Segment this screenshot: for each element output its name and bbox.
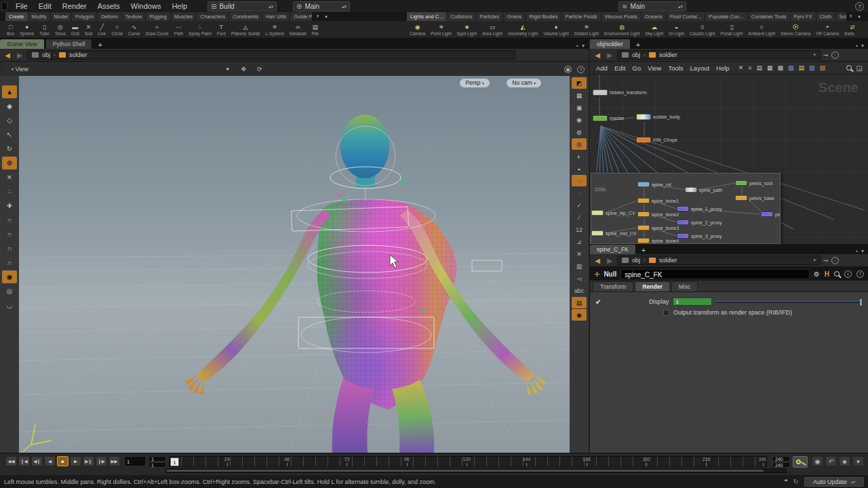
network-menu-item[interactable]: View xyxy=(644,64,665,72)
view-caret-icon[interactable]: ◂ xyxy=(11,66,14,72)
tool-icon[interactable]: ∩ xyxy=(2,214,17,226)
shelf-tab[interactable]: Viscous Fluids xyxy=(601,12,642,21)
tool-icon[interactable]: ∩ xyxy=(2,256,17,269)
chevron-down-icon[interactable]: ▾ xyxy=(813,258,816,263)
shelf-tool[interactable]: ☀ Distant Light xyxy=(572,21,601,39)
node-name-field[interactable]: spine_C_FK xyxy=(620,269,810,279)
help-icon[interactable]: ? xyxy=(856,270,864,278)
network-node[interactable]: spine_bone3 xyxy=(637,225,679,230)
new-tab-button[interactable]: + xyxy=(94,41,106,49)
shelf-tab[interactable]: Model xyxy=(51,12,72,21)
shelf-tab[interactable]: Grains xyxy=(503,12,526,21)
tool-icon[interactable]: ∴ xyxy=(2,185,17,198)
display-option-icon[interactable]: ◎ xyxy=(572,138,587,150)
translate-mode-icon[interactable]: ✥ xyxy=(241,66,246,73)
shelf-tab[interactable]: Constraints xyxy=(229,12,262,21)
display-option-icon[interactable]: ◩ xyxy=(572,77,587,89)
shelf-tool[interactable]: ◭ Geometry Light xyxy=(505,21,540,39)
info-icon[interactable]: i xyxy=(844,270,852,278)
network-node[interactable]: spine_path xyxy=(685,187,722,192)
network-zoom-overlay[interactable]: COG spine_r xyxy=(591,173,781,244)
shelf-tab[interactable]: Container Tools xyxy=(748,12,791,21)
menubar-item[interactable]: Edit xyxy=(33,0,57,12)
sync-icon[interactable]: ◌ xyxy=(831,52,839,59)
shelf-tool[interactable]: ⇄ Switcher xyxy=(842,21,854,39)
display-option-icon[interactable]: abc xyxy=(572,285,587,296)
network-node[interactable]: soldier_body xyxy=(636,114,680,120)
sticky-note-icon[interactable]: ▤ xyxy=(799,64,805,71)
shelf-tool[interactable]: ◎ Torus xyxy=(52,21,68,39)
snapshot-icon[interactable]: ▣ xyxy=(564,66,572,73)
display-option-icon[interactable]: ◌ xyxy=(572,175,587,186)
shelf-tool[interactable]: ◬ Platonic Solids xyxy=(229,21,263,39)
pane-menu-icon[interactable]: ▾ xyxy=(861,248,864,254)
tool-icon[interactable]: ↻ xyxy=(2,142,17,155)
network-menu-item[interactable]: Add xyxy=(593,64,611,72)
display-option-icon[interactable]: ◉ xyxy=(572,309,587,321)
playhead[interactable]: 1 xyxy=(170,458,179,466)
range-end-field[interactable]: 240 xyxy=(772,456,790,462)
network-node[interactable]: master xyxy=(593,115,624,121)
network-node[interactable]: spine_hip_CV xyxy=(591,210,635,216)
shelf-tool[interactable]: ≈ Draw Curve xyxy=(142,21,171,39)
shelf-menu-caret[interactable]: ▾ xyxy=(858,12,861,21)
shelf-tab[interactable]: Deform xyxy=(98,12,122,21)
range-start-field[interactable]: 1 xyxy=(149,456,166,462)
message-bubble-icon[interactable]: ❝ xyxy=(784,478,787,485)
transport-button[interactable]: ▶ xyxy=(70,456,81,466)
display-enable-checkbox[interactable]: ✔ xyxy=(595,298,601,306)
search-icon[interactable] xyxy=(834,271,840,277)
shelf-tab[interactable]: Particles xyxy=(476,12,503,21)
display-option-icon[interactable]: ✕ xyxy=(572,248,587,260)
network-menu-item[interactable]: Edit xyxy=(611,64,629,72)
tool-icon[interactable]: ▲ xyxy=(2,85,17,98)
shelf-tab[interactable]: Create xyxy=(5,12,28,21)
shelf-tool[interactable]: ▯ Tube xyxy=(37,21,52,39)
shelf-menu-caret[interactable]: ▾ xyxy=(325,12,328,21)
shelf-tool[interactable]: ▬ Grid xyxy=(68,21,82,39)
pane-maximize-icon[interactable]: ▪ xyxy=(856,43,858,49)
network-node[interactable]: spine_bone1 xyxy=(637,198,679,203)
select-mode-icon[interactable]: ✦ xyxy=(225,66,231,73)
tab-parameters[interactable]: spine_C_FK xyxy=(590,245,636,254)
shelf-add-button[interactable]: + xyxy=(316,12,319,21)
background-image-icon[interactable]: ▥ xyxy=(809,64,815,71)
network-menu-item[interactable]: Tools xyxy=(665,64,686,72)
viewport-canvas[interactable]: Persp ▾ No cam ▾ xyxy=(19,76,570,453)
back-button[interactable]: ◀ xyxy=(593,257,602,264)
network-node[interactable]: spine_bone2 xyxy=(637,211,679,217)
pin-icon[interactable]: ⊸ xyxy=(823,52,829,58)
shelf-tab[interactable]: Fluid Contai... xyxy=(667,12,705,21)
shelf-tab[interactable]: Texture xyxy=(122,12,146,21)
back-button[interactable]: ◀ xyxy=(593,52,602,59)
shelf-tool[interactable]: ☀ Point Light xyxy=(428,21,454,39)
display-option-icon[interactable]: ◍ xyxy=(572,126,587,138)
network-node[interactable]: pelvis_proxy xyxy=(761,211,781,217)
transport-button[interactable]: ❙◀ xyxy=(18,456,30,466)
display-option-icon[interactable]: ◒ xyxy=(572,163,587,174)
grid-snap-icon[interactable]: ▦ xyxy=(767,64,773,71)
shelf-tab[interactable]: Guide Process xyxy=(290,12,312,21)
houdini-help-icon[interactable]: H xyxy=(825,270,829,278)
network-menu-item[interactable]: Layout xyxy=(687,64,713,72)
display-option-icon[interactable]: 12 xyxy=(572,224,587,235)
shelf-add-button[interactable]: + xyxy=(849,12,852,21)
tool-icon[interactable]: ◡ xyxy=(2,299,17,312)
shelf-tool[interactable]: ▭ Area Light xyxy=(479,21,505,39)
update-mode-selector[interactable]: Auto Update ▴▾ xyxy=(804,477,864,487)
tool-icon[interactable]: ◉ xyxy=(2,270,17,283)
tab-render[interactable]: Render xyxy=(635,281,669,291)
transport-button[interactable]: ■ xyxy=(57,456,68,466)
gear-icon[interactable]: ⚙ xyxy=(814,270,820,278)
shelf-tool[interactable]: ★ Spot Light xyxy=(454,21,479,39)
shelf-tool[interactable]: ⦿ Stereo Camera xyxy=(778,21,813,39)
shelf-tab[interactable]: Collisions xyxy=(447,12,476,21)
display-slider[interactable] xyxy=(716,301,863,303)
shelf-tab[interactable]: Rigid Bodies xyxy=(526,12,561,21)
display-option-icon[interactable]: ▥ xyxy=(572,260,587,272)
auto-key-icon[interactable]: ◉ xyxy=(812,456,823,466)
shelf-tool[interactable]: □ Box xyxy=(4,21,17,39)
tab-misc[interactable]: Misc xyxy=(671,281,698,291)
list-view-icon[interactable]: ▤ xyxy=(756,64,762,71)
shelf-tool[interactable]: ◒ GI Light xyxy=(666,21,687,39)
